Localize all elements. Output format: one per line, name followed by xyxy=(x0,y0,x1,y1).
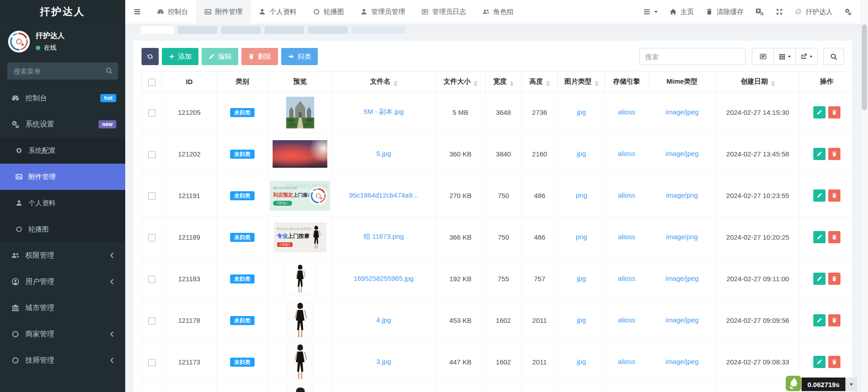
row-checkbox[interactable] xyxy=(148,317,156,325)
column-header-创建日期[interactable]: 创建日期 xyxy=(716,72,800,92)
sidebar-item-系统设置[interactable]: 系统设置 new xyxy=(0,111,125,137)
image-type-link[interactable]: jpg xyxy=(577,150,586,157)
sidebar-search-input[interactable] xyxy=(7,62,118,80)
sidebar-item-权限管理[interactable]: 权限管理 xyxy=(0,242,125,269)
row-edit-button[interactable] xyxy=(813,106,826,118)
column-header-文件名[interactable]: 文件名 xyxy=(332,72,436,92)
sidebar-item-城市管理[interactable]: 城市管理 xyxy=(0,295,125,321)
image-type-link[interactable]: jpg xyxy=(577,358,586,365)
classify-button[interactable]: 归类 xyxy=(281,48,318,65)
row-edit-button[interactable] xyxy=(813,189,826,202)
storage-link[interactable]: alioss xyxy=(618,108,635,116)
mime-link[interactable]: image/jpeg xyxy=(665,108,698,116)
fullscreen-button[interactable] xyxy=(776,8,783,15)
filename-link[interactable]: 5.jpg xyxy=(376,150,391,157)
list-view-button[interactable] xyxy=(752,48,774,65)
sidebar-item-轮播图[interactable]: 轮播图 xyxy=(0,216,125,242)
mime-link[interactable]: image/png xyxy=(666,233,698,241)
row-delete-button[interactable] xyxy=(828,148,840,160)
table-search-input[interactable] xyxy=(639,48,745,65)
clear-cache-link[interactable]: 清除缓存 xyxy=(706,8,744,16)
filename-link[interactable]: 组 11673.png xyxy=(363,232,404,241)
open-tab[interactable] xyxy=(264,26,304,34)
sidebar-item-商家管理[interactable]: 商家管理 xyxy=(0,321,125,347)
storage-link[interactable]: alioss xyxy=(618,150,635,157)
scrollbar-thumb[interactable] xyxy=(862,24,867,110)
filename-link[interactable]: 1695258255965.jpg xyxy=(354,274,414,282)
mime-link[interactable]: image/jpeg xyxy=(665,316,698,324)
filename-link[interactable]: 3.jpg xyxy=(376,358,391,365)
row-edit-button[interactable] xyxy=(813,314,826,326)
refresh-button[interactable] xyxy=(142,48,159,65)
tabs-menu-button[interactable] xyxy=(643,8,658,15)
column-header-高度[interactable]: 高度 xyxy=(522,72,558,92)
storage-link[interactable]: alioss xyxy=(618,233,635,241)
add-button[interactable]: 添加 xyxy=(162,48,198,65)
sort-icon[interactable] xyxy=(394,81,397,86)
open-tab[interactable] xyxy=(221,26,261,34)
sidebar-item-控制台[interactable]: 控制台 hot xyxy=(0,85,125,111)
row-delete-button[interactable] xyxy=(828,314,840,326)
row-checkbox[interactable] xyxy=(148,151,156,158)
row-checkbox[interactable] xyxy=(148,109,156,117)
topnav-tab-管理员日志[interactable]: 管理员日志 xyxy=(413,0,474,24)
storage-link[interactable]: alioss xyxy=(618,191,635,199)
mime-link[interactable]: image/jpeg xyxy=(665,150,698,157)
sort-icon[interactable] xyxy=(771,81,775,86)
image-type-link[interactable]: png xyxy=(576,233,587,241)
settings-button[interactable] xyxy=(844,8,852,15)
topnav-tab-附件管理[interactable]: 附件管理 xyxy=(196,0,250,24)
open-tab[interactable] xyxy=(351,26,406,34)
row-delete-button[interactable] xyxy=(828,189,840,202)
user-menu[interactable]: 扞护达人 xyxy=(795,8,833,16)
row-checkbox[interactable] xyxy=(148,359,156,366)
debugbar-toggle[interactable] xyxy=(845,378,857,391)
image-type-link[interactable]: jpg xyxy=(577,108,586,116)
sidebar-item-个人资料[interactable]: 个人资料 xyxy=(0,190,125,216)
page-scrollbar[interactable] xyxy=(860,0,868,392)
delete-button[interactable]: 删除 xyxy=(241,48,278,65)
storage-link[interactable]: alioss xyxy=(618,358,635,365)
sort-icon[interactable] xyxy=(510,81,514,86)
row-delete-button[interactable] xyxy=(828,231,840,243)
row-delete-button[interactable] xyxy=(828,106,840,118)
column-header-图片类型[interactable]: 图片类型 xyxy=(558,72,605,92)
sidebar-toggle-button[interactable] xyxy=(125,0,149,24)
sidebar-item-技师管理[interactable]: 技师管理 xyxy=(0,347,125,373)
open-tab[interactable] xyxy=(141,26,174,34)
image-type-link[interactable]: png xyxy=(576,191,587,199)
open-tab[interactable] xyxy=(308,26,348,34)
column-header-宽度[interactable]: 宽度 xyxy=(486,72,522,92)
row-edit-button[interactable] xyxy=(813,231,826,243)
sidebar-item-系统配置[interactable]: 系统配置 xyxy=(0,137,125,164)
search-toggle-button[interactable] xyxy=(823,48,844,65)
row-checkbox[interactable] xyxy=(148,193,156,200)
topnav-tab-轮播图[interactable]: 轮播图 xyxy=(305,0,352,24)
thinkphp-debug-bar[interactable]: 0.062719s xyxy=(785,376,857,391)
mime-link[interactable]: image/png xyxy=(666,191,698,199)
mime-link[interactable]: image/jpeg xyxy=(665,274,698,282)
filename-link[interactable]: 5M - 副本.jpg xyxy=(363,108,403,116)
topnav-tab-角色组[interactable]: 角色组 xyxy=(474,0,522,24)
edit-button[interactable]: 编辑 xyxy=(202,48,238,65)
row-edit-button[interactable] xyxy=(813,148,826,160)
export-button[interactable] xyxy=(795,48,817,65)
image-type-link[interactable]: jpg xyxy=(577,316,586,324)
sidebar-item-附件管理[interactable]: 附件管理 xyxy=(0,164,125,190)
sort-icon[interactable] xyxy=(474,81,477,86)
filename-link[interactable]: 95c1864d12cb474a9... xyxy=(349,191,418,199)
row-edit-button[interactable] xyxy=(813,273,826,285)
row-delete-button[interactable] xyxy=(828,273,840,285)
filename-link[interactable]: 4.jpg xyxy=(376,316,391,324)
topnav-tab-个人资料[interactable]: 个人资料 xyxy=(250,0,305,24)
storage-link[interactable]: alioss xyxy=(618,274,635,282)
language-button[interactable] xyxy=(755,8,764,16)
row-checkbox[interactable] xyxy=(148,276,156,283)
storage-link[interactable]: alioss xyxy=(618,316,635,324)
topnav-tab-管理员管理[interactable]: 管理员管理 xyxy=(352,0,413,24)
mime-link[interactable]: image/jpeg xyxy=(665,358,698,365)
row-edit-button[interactable] xyxy=(813,356,826,368)
columns-button[interactable] xyxy=(774,48,796,65)
row-delete-button[interactable] xyxy=(828,356,840,368)
sort-icon[interactable] xyxy=(546,81,550,86)
